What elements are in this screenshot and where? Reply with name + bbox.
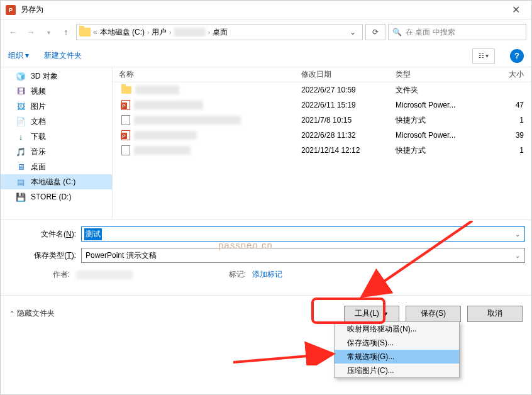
filename-label: 文件名(N): <box>7 229 81 240</box>
save-button[interactable]: 保存(S) <box>406 306 461 322</box>
sidebar-item[interactable]: 🖥桌面 <box>1 159 112 174</box>
collapse-icon: ⌃ <box>9 310 14 317</box>
cancel-button[interactable]: 取消 <box>467 306 523 322</box>
file-size: 47 <box>484 101 531 109</box>
file-list: 名称 修改日期 类型 大小 2022/6/27 10:59文件夹2022/6/1… <box>113 67 531 220</box>
sidebar-item-label: STORE (D:) <box>31 192 71 201</box>
svg-line-0 <box>233 354 331 362</box>
sidebar-item-icon: 💾 <box>16 192 26 202</box>
sidebar-item-label: 本地磁盘 (C:) <box>31 177 75 187</box>
col-size[interactable]: 大小 <box>484 69 531 80</box>
add-tag-link[interactable]: 添加标记 <box>252 269 282 280</box>
chevron-down-icon[interactable]: ⌄ <box>513 251 522 260</box>
sidebar-item-label: 下载 <box>31 131 46 142</box>
sidebar-item[interactable]: 🎵音乐 <box>1 144 112 159</box>
file-row[interactable]: 2021/12/14 12:12快捷方式1 <box>113 143 531 158</box>
close-button[interactable]: ✕ <box>506 4 526 16</box>
sidebar-item-icon: 📄 <box>16 116 26 126</box>
view-mode-button[interactable]: ☷ ▾ <box>472 48 495 64</box>
sidebar-item[interactable]: ↓下载 <box>1 129 112 144</box>
help-button[interactable]: ? <box>510 49 524 63</box>
ppt-icon <box>121 100 130 110</box>
breadcrumb-part[interactable]: 用户 <box>152 27 167 38</box>
col-type[interactable]: 类型 <box>396 69 484 80</box>
app-icon: P <box>6 5 16 15</box>
file-row[interactable]: 2022/6/11 15:19Microsoft Power...47 <box>113 97 531 113</box>
type-select[interactable]: PowerPoint 演示文稿 ⌄ <box>81 248 525 263</box>
search-input[interactable]: 🔍 在 桌面 中搜索 <box>388 24 526 40</box>
file-date: 2021/7/8 10:15 <box>301 116 396 125</box>
chevron-down-icon[interactable]: ⌄ <box>513 230 522 238</box>
filename-redacted <box>134 146 191 155</box>
sidebar-item-label: 桌面 <box>31 162 46 172</box>
author-label: 作者: <box>45 269 70 280</box>
sidebar-item[interactable]: 🧊3D 对象 <box>1 69 112 84</box>
filename-redacted <box>134 131 197 140</box>
address-bar[interactable]: « 本地磁盘 (C:) › 用户 › › 桌面 ⌄ <box>76 24 363 40</box>
sidebar-item-icon: 🖥 <box>16 162 26 172</box>
file-date: 2022/6/27 10:59 <box>301 86 396 94</box>
breadcrumb-part-redacted[interactable] <box>174 28 206 36</box>
filename-redacted <box>134 116 241 125</box>
form-area: 文件名(N): 测试 ⌄ 保存类型(T): PowerPoint 演示文稿 ⌄ … <box>1 220 531 280</box>
up-button[interactable]: ↑ <box>58 25 74 40</box>
sidebar-item[interactable]: 💾STORE (D:) <box>1 189 112 204</box>
metadata-row: 作者: 标记: 添加标记 <box>7 269 525 280</box>
sidebar-item-label: 音乐 <box>31 147 46 157</box>
breadcrumb-part[interactable]: 桌面 <box>213 27 228 38</box>
type-label: 保存类型(T): <box>7 250 81 261</box>
forward-button[interactable]: → <box>23 25 38 40</box>
sidebar-item-icon: 🖼 <box>16 101 26 111</box>
folder-icon <box>79 28 91 36</box>
hide-folders-toggle[interactable]: ⌃ 隐藏文件夹 <box>9 308 55 319</box>
tools-menu: 映射网络驱动器(N)...保存选项(S)...常规选项(G)...压缩图片(C)… <box>334 321 460 378</box>
back-button[interactable]: ← <box>6 25 21 40</box>
refresh-button[interactable]: ⟳ <box>365 24 385 40</box>
tools-button[interactable]: 工具(L)▼ <box>344 306 399 322</box>
filename-value: 测试 <box>84 228 102 240</box>
file-date: 2021/12/14 12:12 <box>301 146 396 155</box>
filename-redacted <box>135 86 179 94</box>
file-row[interactable]: 2022/6/27 10:59文件夹 <box>113 82 531 97</box>
sidebar-item[interactable]: 🎞视频 <box>1 84 112 99</box>
organize-button[interactable]: 组织 ▾ <box>8 50 29 61</box>
chevron-right-icon: › <box>208 29 210 36</box>
breadcrumb-part[interactable]: 本地磁盘 (C:) <box>100 27 145 38</box>
chevron-right-icon: › <box>147 29 149 36</box>
menu-item[interactable]: 常规选项(G)... <box>335 350 459 364</box>
sidebar-item[interactable]: 🖼图片 <box>1 99 112 114</box>
type-value: PowerPoint 演示文稿 <box>86 250 157 261</box>
col-date[interactable]: 修改日期 <box>301 69 396 80</box>
menu-item[interactable]: 映射网络驱动器(N)... <box>335 322 459 336</box>
new-folder-button[interactable]: 新建文件夹 <box>44 50 82 61</box>
body: 🧊3D 对象🎞视频🖼图片📄文档↓下载🎵音乐🖥桌面▤本地磁盘 (C:)💾STORE… <box>1 67 531 220</box>
menu-item[interactable]: 压缩图片(C)... <box>335 364 459 377</box>
search-placeholder: 在 桌面 中搜索 <box>406 27 455 38</box>
sidebar-item-label: 3D 对象 <box>31 71 58 82</box>
file-row[interactable]: 2021/7/8 10:15快捷方式1 <box>113 113 531 128</box>
filename-input[interactable]: 测试 ⌄ <box>81 226 525 242</box>
file-row[interactable]: 2022/6/28 11:32Microsoft Power...39 <box>113 128 531 143</box>
col-name[interactable]: 名称 <box>113 69 301 80</box>
address-dropdown-icon[interactable]: ⌄ <box>346 28 360 36</box>
filename-redacted <box>134 101 203 109</box>
file-type: Microsoft Power... <box>396 101 484 109</box>
sidebar-item-icon: 🎞 <box>16 86 26 96</box>
titlebar: P 另存为 ✕ <box>1 1 531 19</box>
search-icon: 🔍 <box>392 28 402 36</box>
author-value-redacted[interactable] <box>76 270 133 279</box>
file-type: Microsoft Power... <box>396 131 484 140</box>
sidebar-item-icon: 🧊 <box>16 71 26 81</box>
ppt-icon <box>121 130 130 140</box>
tag-label: 标记: <box>221 269 246 280</box>
menu-item[interactable]: 保存选项(S)... <box>335 336 459 350</box>
recent-dropdown[interactable]: ▾ <box>41 25 56 40</box>
file-type: 快捷方式 <box>396 115 484 126</box>
link-icon <box>121 115 130 125</box>
toolbar: 组织 ▾ 新建文件夹 ☷ ▾ ? <box>1 45 531 67</box>
navbar: ← → ▾ ↑ « 本地磁盘 (C:) › 用户 › › 桌面 ⌄ ⟳ 🔍 在 … <box>1 19 531 45</box>
file-size: 1 <box>484 146 531 155</box>
sidebar-item-label: 文档 <box>31 116 46 127</box>
sidebar-item[interactable]: 📄文档 <box>1 114 112 129</box>
sidebar-item[interactable]: ▤本地磁盘 (C:) <box>1 174 112 189</box>
